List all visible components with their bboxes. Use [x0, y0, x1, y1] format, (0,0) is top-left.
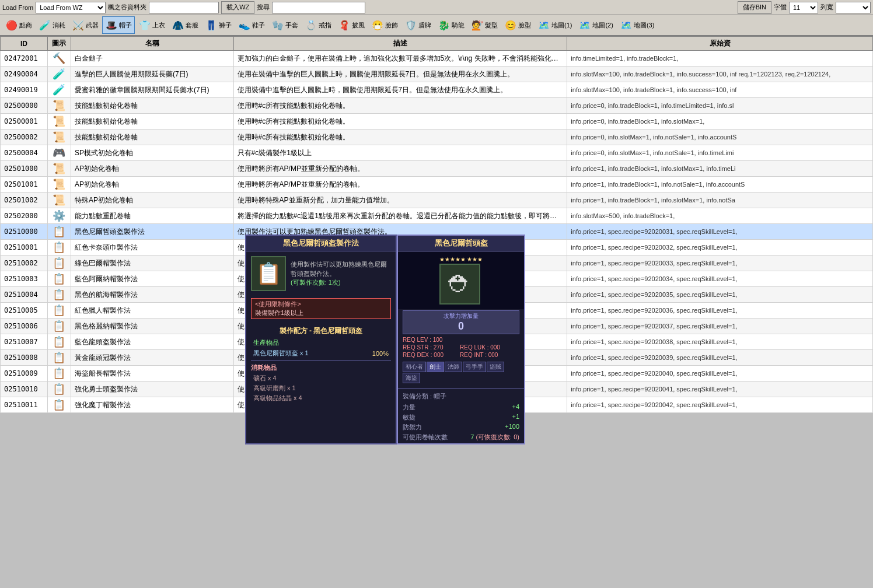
equip-stat-row: 敏捷+1	[403, 412, 519, 422]
class-tab-1[interactable]: 劍士	[427, 362, 444, 372]
search-input[interactable]	[272, 2, 365, 13]
class-tab-5[interactable]: 海盜	[403, 373, 420, 383]
icon-btn-gloves[interactable]: 🧤手套	[268, 16, 301, 34]
table-row[interactable]: 02501002 📜 特殊AP初始化卷軸 使用時將特殊AP並重新分配，加力量能力…	[1, 192, 873, 208]
cell-info: info.price=0, info.slotMax=1, info.notSa…	[567, 130, 873, 145]
cell-icon: 📋	[47, 256, 71, 271]
icon-label-map3: 地圖(3)	[634, 21, 654, 30]
icon-btn-dot[interactable]: 🔴點商	[2, 16, 35, 34]
cell-desc: 使用時#c所有技能點數初始化卷軸。	[233, 130, 567, 145]
consume-item-name: 礦石 x 4	[253, 374, 277, 383]
cell-id: 02510007	[1, 334, 48, 350]
req-luk: REQ LUK : 000	[460, 344, 516, 351]
cell-id: 02490004	[1, 66, 48, 82]
icon-btn-cape[interactable]: 🧣披風	[335, 16, 368, 34]
cell-id: 02501002	[1, 192, 48, 208]
table-row[interactable]: 02472001 🔨 白金鎚子 更加強力的白金鎚子，使用在裝備上時，追加強化次數…	[1, 51, 873, 66]
cell-id: 02500001	[1, 114, 48, 130]
icon-gloves: 🧤	[271, 19, 284, 32]
class-tab-0[interactable]: 初心者	[403, 362, 426, 372]
equip-stat-value: 7 (可恢復次數: 0)	[470, 433, 519, 442]
icon-btn-face[interactable]: 😊臉型	[501, 16, 534, 34]
icon-btn-hat[interactable]: 🎩帽子	[102, 16, 135, 34]
table-row[interactable]: 02501001 📜 AP初始化卷軸 使用時將所有AP/MP並重新分配的卷軸。 …	[1, 177, 873, 192]
table-row[interactable]: 02500001 📜 技能點數初始化卷軸 使用時#c所有技能點數初始化卷軸。 i…	[1, 114, 873, 130]
font-size-select[interactable]: 11	[789, 2, 818, 13]
recipe-tooltip: 黑色尼爾哲頭盔製作法 📋 使用製作法可以更加熟練黑色尼爾哲頭盔製作法。 (可製作…	[245, 235, 397, 444]
consume-item: 礦石 x 4	[251, 373, 391, 383]
load-from-select[interactable]: Load From WZ	[36, 2, 106, 13]
icon-btn-face_acc[interactable]: 😷臉飾	[368, 16, 401, 34]
use-limit-label: <使用限制條件>	[255, 300, 301, 307]
equip-stat-label: 可使用卷軸次數	[403, 433, 448, 442]
table-row[interactable]: 02501000 📜 AP初始化卷軸 使用時將所有AP/MP並重新分配的卷軸。 …	[1, 161, 873, 177]
cell-info: info.price=1, spec.recipe=92020041, spec…	[567, 382, 873, 397]
cell-icon: 🧪	[47, 66, 71, 82]
icon-btn-ring[interactable]: 💍戒指	[302, 16, 334, 34]
icon-btn-suit[interactable]: 🧥套服	[169, 16, 201, 34]
cell-name: 黑色格麗納帽製作法	[71, 318, 233, 334]
icon-btn-map1[interactable]: 🗺️地圖(1)	[535, 16, 575, 34]
cell-info: info.price=1, spec.recipe=92020035, spec…	[567, 287, 873, 303]
class-tab-4[interactable]: 盜賊	[487, 362, 504, 372]
icon-btn-mount[interactable]: 🐉騎龍	[435, 16, 467, 34]
cell-icon: 🧪	[47, 82, 71, 98]
icon-consume: 🧪	[39, 19, 51, 32]
class-tab-2[interactable]: 法師	[445, 362, 462, 372]
icon-label-cape: 披風	[352, 21, 365, 30]
item-stats-title: 黑色尼爾哲頭盔	[398, 236, 524, 251]
cell-name: 紅色獵人帽製作法	[71, 303, 233, 318]
icon-btn-hair[interactable]: 💇髮型	[468, 16, 501, 34]
icon-btn-pants[interactable]: 👖褲子	[202, 16, 235, 34]
save-bin-button[interactable]: 儲存BIN	[738, 1, 771, 14]
cell-id: 02501001	[1, 177, 48, 192]
main-toolbar: Load From Load From WZ 楓之谷資料夾 D:\TMS V23…	[0, 0, 873, 15]
table-row[interactable]: 02500004 🎮 SP模式初始化卷軸 只有#c裝備製作1級以上 info.p…	[1, 145, 873, 161]
equip-stat-row: 可使用卷軸次數7 (可恢復次數: 0)	[403, 432, 519, 442]
table-row[interactable]: 02490004 🧪 進擊的巨人圖騰使用期限延長藥(7日) 使用在裝備中進擊的巨…	[1, 66, 873, 82]
col-width-select[interactable]	[836, 2, 871, 13]
cell-id: 02500004	[1, 145, 48, 161]
icon-btn-weapon[interactable]: ⚔️武器	[69, 16, 102, 34]
recipe-desc: 使用製作法可以更加熟練黑色尼爾哲頭盔製作法。	[291, 260, 391, 278]
icon-btn-map3[interactable]: 🗺️地圖(3)	[617, 16, 657, 34]
cell-icon: 📜	[47, 177, 71, 192]
cell-name: 黃金龍頭冠製作法	[71, 350, 233, 366]
icon-label-suit: 套服	[186, 21, 198, 30]
table-row[interactable]: 02500002 📜 技能點數初始化卷軸 使用時#c所有技能點數初始化卷軸。 i…	[1, 130, 873, 145]
icon-btn-map2[interactable]: 🗺️地圖(2)	[575, 16, 616, 34]
icon-btn-shield[interactable]: 🛡️盾牌	[401, 16, 434, 34]
icon-toolbar: 🔴點商🧪消耗⚔️武器🎩帽子👕上衣🧥套服👖褲子👟鞋子🧤手套💍戒指🧣披風😷臉飾🛡️盾…	[0, 15, 873, 36]
item-preview-area: ★★★★★ ★★★ ⛑	[398, 251, 524, 309]
cell-id: 02500000	[1, 98, 48, 114]
class-tab-3[interactable]: 弓手手	[463, 362, 486, 372]
load-wz-button[interactable]: 載入WZ	[221, 1, 254, 14]
cell-info: info.slotMax=100, info.tradeBlock=1, inf…	[567, 66, 873, 82]
icon-btn-consume[interactable]: 🧪消耗	[36, 16, 68, 34]
resource-path-input[interactable]: D:\TMS V234	[149, 2, 219, 13]
table-row[interactable]: 02500000 📜 技能點數初始化卷軸 使用時#c所有技能點數初始化卷軸。 i…	[1, 98, 873, 114]
cell-id: 02502000	[1, 208, 48, 224]
icon-btn-top[interactable]: 👕上衣	[135, 16, 168, 34]
atk-value: 0	[408, 320, 514, 332]
cell-id: 02510006	[1, 318, 48, 334]
cell-icon: 🎮	[47, 145, 71, 161]
cell-name: 藍色龍頭盔製作法	[71, 334, 233, 350]
equip-category: 裝備分類 : 帽子	[403, 392, 519, 401]
cell-name: 藍色阿爾納帽製作法	[71, 271, 233, 287]
cell-icon: 📋	[47, 224, 71, 240]
cell-icon: 📋	[47, 303, 71, 318]
cell-name: 綠色巴爾帽製作法	[71, 256, 233, 271]
equip-stat-list: 力量+4敏捷+1防禦力+100可使用卷軸次數7 (可恢復次數: 0)	[403, 402, 519, 442]
table-row[interactable]: 02502000 ⚙️ 能力點數重配卷軸 將選擇的能力點數#c退還1點後用來再次…	[1, 208, 873, 224]
icon-label-ring: 戒指	[319, 21, 331, 30]
cell-desc: 使用時#c所有技能點數初始化卷軸。	[233, 98, 567, 114]
table-header-row: ID 圖示 名稱 描述 原始資	[1, 37, 873, 51]
icon-btn-shoes[interactable]: 👟鞋子	[235, 16, 268, 34]
consume-item-name: 高級物品結晶 x 4	[253, 394, 302, 402]
cell-id: 02472001	[1, 51, 48, 66]
table-row[interactable]: 02490019 🧪 愛蜜莉雅的徽章圖騰期限期間延長藥水(7日) 使用裝備中進擊…	[1, 82, 873, 98]
cell-id: 02510011	[1, 397, 48, 413]
equip-stat-row: 防禦力+100	[403, 422, 519, 432]
icon-label-gloves: 手套	[285, 21, 298, 30]
